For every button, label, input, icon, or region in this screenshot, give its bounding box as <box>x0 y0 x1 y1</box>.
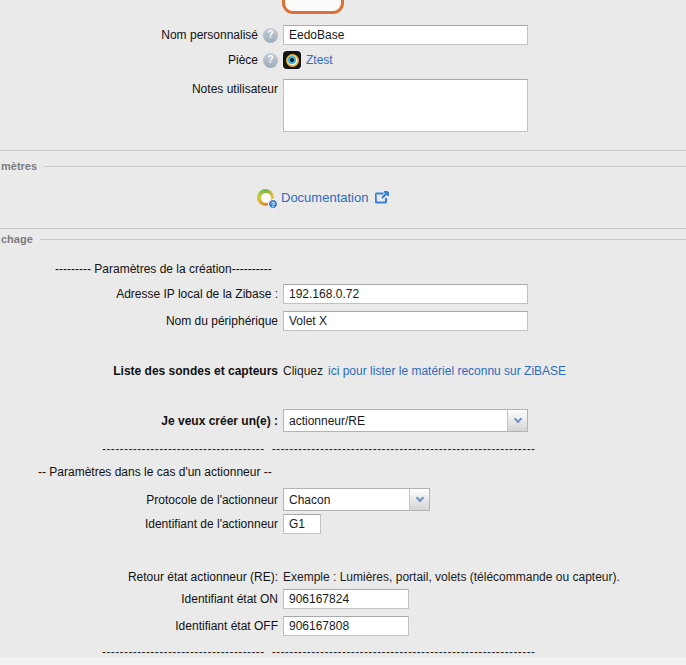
documentation-link[interactable]: Documentation <box>281 190 368 205</box>
room-icon <box>283 51 301 69</box>
feedback-hint: Exemple : Lumières, portail, volets (tél… <box>283 570 620 584</box>
feedback-label: Retour état actionneur (RE): <box>128 570 278 584</box>
actuator-section-title: -- Paramètres dans le cas d'un actionneu… <box>38 465 272 479</box>
actuator-id-label: Identifiant de l'actionneur <box>145 517 278 531</box>
device-config-page: Nom personnalisé ? Pièce ? Ztest Notes u… <box>0 0 686 665</box>
notes-textarea[interactable] <box>283 79 528 132</box>
state-off-input[interactable] <box>283 616 409 636</box>
state-off-label: Identifiant état OFF <box>175 619 278 633</box>
protocol-value: Chacon <box>284 489 409 510</box>
ip-label: Adresse IP local de la Zibase : <box>116 287 278 301</box>
create-type-row: Je veux créer un(e) : actionneur/RE <box>0 409 686 432</box>
documentation-row: ? Documentation <box>257 189 391 206</box>
display-section-legend: chage <box>0 233 686 245</box>
parameters-legend-text: mètres <box>0 160 44 172</box>
parameters-section-legend: mètres <box>0 160 686 172</box>
section-divider <box>0 150 686 151</box>
state-on-input[interactable] <box>283 589 409 609</box>
display-legend-text: chage <box>0 233 40 245</box>
sensors-list-link[interactable]: ici pour lister le matériel reconnu sur … <box>328 364 566 378</box>
actuator-id-input[interactable] <box>283 514 321 534</box>
bottom-strip <box>0 657 686 665</box>
ip-row: Adresse IP local de la Zibase : <box>0 284 686 304</box>
feedback-row: Retour état actionneur (RE): Exemple : L… <box>0 570 686 584</box>
notes-row: Notes utilisateur <box>0 79 686 132</box>
help-icon[interactable]: ? <box>263 53 278 68</box>
state-on-label: Identifiant état ON <box>181 592 278 606</box>
sensors-list-label: Liste des sondes et capteurs <box>113 364 278 378</box>
dashed-separator: ----------------------------------------… <box>102 442 542 456</box>
custom-name-input[interactable] <box>283 25 528 45</box>
state-on-row: Identifiant état ON <box>0 589 686 609</box>
chevron-down-icon <box>409 489 429 510</box>
device-name-input[interactable] <box>283 311 528 331</box>
room-label: Pièce <box>228 53 258 67</box>
ip-input[interactable] <box>283 284 528 304</box>
create-type-select[interactable]: actionneur/RE <box>283 409 528 432</box>
protocol-label: Protocole de l'actionneur <box>146 493 278 507</box>
creation-section-title: --------- Paramètres de la création-----… <box>55 262 272 276</box>
device-name-row: Nom du périphérique <box>0 311 686 331</box>
documentation-icon: ? <box>257 189 274 206</box>
section-divider <box>0 228 686 229</box>
room-link[interactable]: Ztest <box>306 53 333 67</box>
help-icon[interactable]: ? <box>263 28 278 43</box>
protocol-row: Protocole de l'actionneur Chacon <box>0 488 686 511</box>
chevron-down-icon <box>507 410 527 431</box>
protocol-select[interactable]: Chacon <box>283 488 430 511</box>
external-link-icon <box>375 190 391 205</box>
actuator-id-row: Identifiant de l'actionneur <box>0 514 686 534</box>
sensors-list-text: Cliquez <box>283 364 323 378</box>
custom-name-label: Nom personnalisé <box>161 28 258 42</box>
create-type-label: Je veux créer un(e) : <box>161 414 278 428</box>
create-type-value: actionneur/RE <box>284 410 507 431</box>
state-off-row: Identifiant état OFF <box>0 616 686 636</box>
sensors-list-row: Liste des sondes et capteurs Cliquez ici… <box>0 364 686 378</box>
notes-label: Notes utilisateur <box>192 82 278 96</box>
room-row: Pièce ? Ztest <box>0 51 686 69</box>
custom-name-row: Nom personnalisé ? <box>0 25 686 45</box>
device-name-label: Nom du périphérique <box>166 314 278 328</box>
action-button-partial[interactable] <box>282 0 344 14</box>
